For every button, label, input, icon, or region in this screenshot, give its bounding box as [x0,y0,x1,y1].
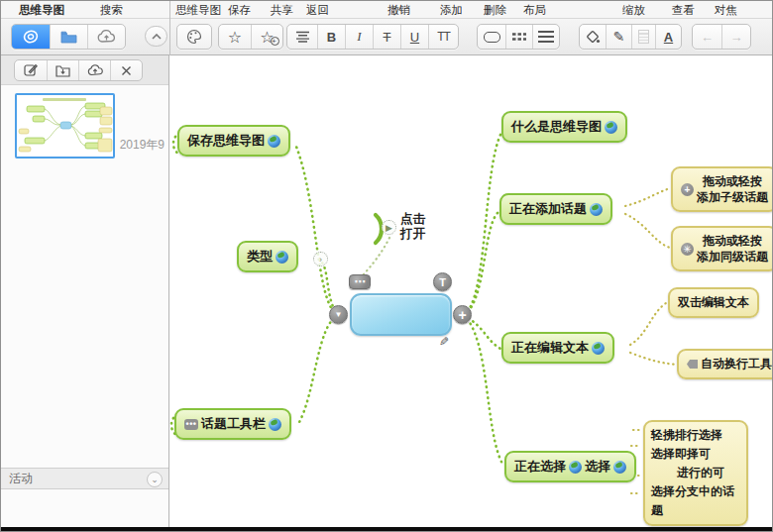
activity-chevron-button[interactable]: ⌄ [147,472,163,487]
cluster-line: 选择分支中的话题 [651,482,740,520]
folder-import-icon [55,64,70,77]
node-add-subtopic[interactable]: + 拖动或轻按添加子级话题 [671,166,773,212]
connector-save-node [296,147,338,315]
cloud-icon [97,30,116,44]
rounded-rect-icon [484,32,500,43]
hint-bracket [376,215,382,243]
text-style-icon: T [439,276,446,288]
forward-button[interactable]: → [721,25,750,49]
node-label: 双击编辑文本 [678,294,749,311]
type-play-badge[interactable]: › [313,252,328,266]
node-doubleclick-edit[interactable]: 双击编辑文本 [668,287,759,318]
node-label: 类型 [247,248,273,266]
mindmap-view-button[interactable] [12,25,50,49]
node-textstyle-button[interactable]: T [433,272,452,291]
node-adding-topics[interactable]: 正在添加话题 [499,193,612,225]
menu-zoom[interactable]: 缩放 [622,3,645,18]
forward-arrow-icon: → [730,30,743,45]
theme-group [176,24,212,50]
cloud-up-icon [87,64,103,76]
node-collapse-button[interactable]: ▼ [329,305,348,324]
palette-icon [186,29,202,45]
connector-selecting-node [464,315,503,466]
menu-return[interactable]: 返回 [306,3,329,18]
node-editing-text[interactable]: 正在编辑文本 [501,332,614,364]
collapse-toolbar-button[interactable] [145,26,167,47]
node-save-mindmap[interactable]: 保存思维导图 [177,125,290,157]
branch-style-button[interactable] [505,25,532,49]
menu-undo[interactable]: 撤销 [387,3,410,18]
pencil-icon: ✎ [613,29,625,45]
activity-section-header[interactable]: 活动 ⌄ [1,468,168,489]
hint-play-badge[interactable]: ▶ [382,220,396,235]
mindmap-thumbnail[interactable] [15,93,115,159]
menu-app-title[interactable]: 思维导图 [19,3,64,18]
back-button[interactable]: ← [693,25,721,49]
back-arrow-icon: ← [701,30,714,45]
node-shape-button[interactable] [478,25,505,49]
theme-palette-button[interactable] [177,25,211,49]
text-size-button[interactable]: TT [428,25,458,49]
menu-view[interactable]: 查看 [672,3,695,18]
pen-button[interactable]: ✎ [606,25,631,49]
cloud-upload-button[interactable] [78,60,110,80]
notes-button[interactable] [631,25,655,49]
node-what-is-mindmap[interactable]: 什么是思维导图 [501,111,627,143]
mindmap-canvas[interactable]: ⋯ T ▼ + ✎ ▶ 点击 打开 保存思维导图 类型 › •••话题工具栏 什… [169,55,773,527]
font-color-button[interactable]: A [655,25,681,49]
mindmap-icon [22,29,40,45]
node-topic-toolbar[interactable]: •••话题工具栏 [174,408,291,440]
node-more-button[interactable]: ⋯ [349,274,371,289]
menu-bar: 思维导图 搜索 思维导图 保存 共享 返回 撤销 添加 删除 布局 缩放 查看 … [1,1,773,19]
central-topic-node[interactable] [350,293,452,336]
plus-icon: + [458,307,466,323]
folder-view-button[interactable] [50,25,87,49]
ellipsis-icon: ••• [184,419,198,430]
align-button[interactable] [287,25,317,49]
node-selection-cluster[interactable]: 轻拂排行选择 选择即择可 进行的可 选择分支中的话题 [643,420,748,526]
underline-button[interactable]: U [400,25,428,49]
folder-icon [60,31,77,44]
node-autowrap-tool[interactable]: 自动换行工具 [677,349,773,379]
node-add-button[interactable]: + [453,305,472,324]
menu-delete[interactable]: 删除 [484,3,506,18]
shape-group [477,24,560,50]
color-group: ✎ A [579,24,682,50]
import-button[interactable] [47,60,78,80]
bold-button[interactable]: B [317,25,345,49]
node-add-sibling[interactable]: ✳ 拖动或轻按添加同级话题 [671,226,773,271]
close-sidebar-button[interactable] [110,60,142,80]
play-icon: ▶ [386,223,392,233]
fill-color-button[interactable] [580,25,606,49]
globe-icon [590,203,603,216]
dashed-lines-icon [511,32,527,42]
notes-icon [638,30,649,44]
cloud-view-button[interactable] [87,25,125,49]
node-label: 正在编辑文本 [511,339,589,357]
star-button[interactable]: ☆ [219,25,251,49]
align-center-icon [295,31,310,43]
new-document-button[interactable] [15,60,47,80]
menu-share[interactable]: 共享 [271,3,293,18]
edit-cursor-icon: ✎ [439,335,449,349]
globe-icon [569,461,582,474]
node-type[interactable]: 类型 [237,241,298,272]
menu-layout[interactable]: 布局 [523,3,546,18]
star-add-button[interactable]: ☆+ [251,25,282,49]
line-weight-button[interactable] [532,25,559,49]
node-selecting[interactable]: 正在选择选择 [504,451,636,482]
menu-search[interactable]: 搜索 [100,3,123,18]
tag-icon [687,360,698,369]
menu-focus[interactable]: 对焦 [715,3,737,18]
menu-mindmap[interactable]: 思维导图 [175,3,221,18]
italic-button[interactable]: I [345,25,373,49]
bottom-chrome-bar [1,527,773,532]
menu-save[interactable]: 保存 [228,3,251,18]
chevron-right-icon: › [319,255,322,265]
strikethrough-button[interactable]: T [373,25,400,49]
node-label: 保存思维导图 [187,132,265,150]
fill-drop-icon [586,30,601,44]
menu-add[interactable]: 添加 [440,3,463,18]
text-style-group: B I T U TT [286,24,459,50]
globe-icon [592,342,605,355]
